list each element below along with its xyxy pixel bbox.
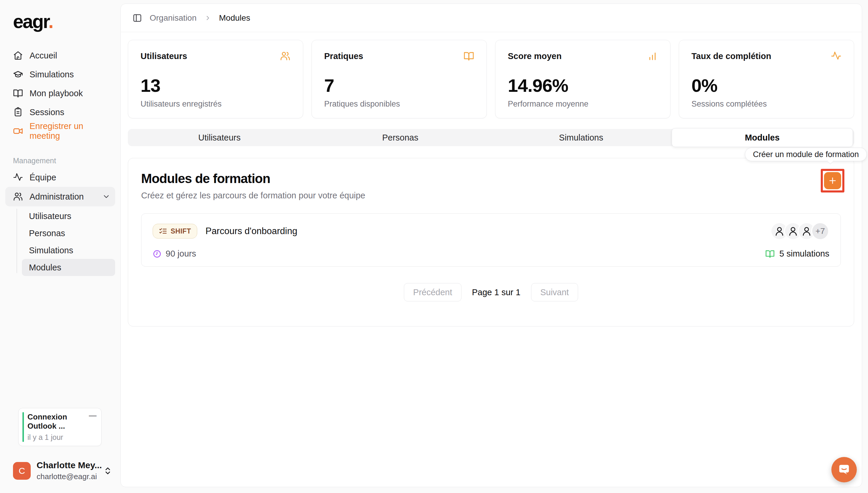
annotation-highlight-box [821,169,844,192]
chat-bubble-icon [837,463,851,476]
breadcrumb-current: Modules [219,13,251,23]
breadcrumb-bar: Organisation Modules [121,4,862,32]
users-icon [13,192,23,201]
page-info: Page 1 sur 1 [472,287,521,297]
sidebar-toggle-icon[interactable] [133,13,142,23]
previous-page-button[interactable]: Précédent [404,283,461,301]
badge-label: SHIFT [171,227,191,235]
user-name: Charlotte Mey... [37,460,102,470]
sidebar-item-enregistrer-meeting[interactable]: Enregistrer un meeting [0,122,121,141]
page-subtitle: Créez et gérez les parcours de formation… [141,191,365,200]
user-email: charlotte@eagr.ai [37,472,102,481]
book-open-icon [463,51,474,61]
activity-icon [13,172,23,183]
next-page-button[interactable]: Suivant [531,283,578,301]
tab-modules[interactable]: Modules [672,128,853,147]
create-module-tooltip: Créer un module de formation [745,148,867,161]
user-menu[interactable]: C Charlotte Mey... charlotte@eagr.ai [13,460,112,481]
users-icon [280,51,290,61]
home-icon [13,50,23,61]
sidebar-item-simulations[interactable]: Simulations [0,65,121,84]
person-icon [774,226,785,236]
stat-subtitle: Pratiques disponibles [324,100,474,109]
chevron-down-icon [102,192,110,201]
chat-launcher-button[interactable] [831,457,857,483]
modules-section: Modules de formation Créez et gérez les … [128,158,854,326]
breadcrumb-parent[interactable]: Organisation [150,13,197,23]
sidebar-item-label: Mon playbook [29,89,83,98]
stat-title: Pratiques [324,51,363,61]
chevrons-up-down-icon [103,467,112,475]
clock-icon [153,250,161,258]
tab-utilisateurs[interactable]: Utilisateurs [129,129,310,146]
members-overflow-count: +7 [811,222,829,240]
activity-icon [831,51,842,61]
stat-card-taux-completion: Taux de complétion 0% Sessions complétée… [679,40,854,119]
graduation-cap-icon [13,69,23,80]
stat-subtitle: Performance moyenne [508,100,658,109]
sidebar-footer: Connexion Outlook ... — il y a 1 jour C … [0,408,121,481]
module-badge: SHIFT [153,224,197,238]
stat-subtitle: Sessions complétées [691,100,842,109]
sidebar-item-label: Administration [29,192,84,201]
stat-title: Utilisateurs [140,51,187,61]
module-simulations-count: 5 simulations [765,249,829,259]
sidebar-subitem-simulations[interactable]: Simulations [22,242,115,259]
entity-tabs: Utilisateurs Personas Simulations Module… [128,129,854,146]
sidebar-item-sessions[interactable]: Sessions [0,103,121,122]
stat-title: Taux de complétion [691,51,771,61]
management-section-label: Management [13,156,121,165]
sidebar-item-label: Enregistrer un meeting [29,121,113,141]
sidebar-item-label: Simulations [29,70,74,80]
main-panel: Organisation Modules Utilisateurs 13 Uti… [121,3,862,487]
sidebar-subitem-modules[interactable]: Modules [22,259,115,276]
sidebar-subitem-utilisateurs[interactable]: Utilisateurs [22,208,115,224]
toast-title: Connexion Outlook ... [27,412,89,431]
stat-subtitle: Utilisateurs enregistrés [140,100,290,109]
avatar: C [13,462,31,480]
sidebar-item-label: Équipe [29,173,56,183]
stat-card-score-moyen: Score moyen 14.96% Performance moyenne [495,40,671,119]
page-title: Modules de formation [141,171,365,186]
stat-title: Score moyen [508,51,562,61]
create-module-button[interactable] [824,172,841,189]
stat-value: 14.96% [508,75,658,96]
clipboard-icon [13,107,23,117]
tab-personas[interactable]: Personas [310,129,491,146]
sidebar-subitem-personas[interactable]: Personas [22,224,115,242]
stat-card-pratiques: Pratiques 7 Pratiques disponibles [311,40,487,119]
stat-value: 13 [140,75,290,96]
sidebar-item-label: Accueil [29,51,57,61]
module-title: Parcours d'onboarding [205,226,297,236]
administration-subnav: Utilisateurs Personas Simulations Module… [17,208,115,276]
sidebar-item-accueil[interactable]: Accueil [0,46,121,65]
module-list-item[interactable]: SHIFT Parcours d'onboarding +7 90 jou [141,213,841,266]
tab-simulations[interactable]: Simulations [491,129,672,146]
logo-dot-icon: . [48,11,53,32]
sidebar-item-equipe[interactable]: Équipe [0,168,121,187]
stats-row: Utilisateurs 13 Utilisateurs enregistrés… [128,40,854,119]
sidebar-item-label: Sessions [29,107,64,117]
sidebar-item-mon-playbook[interactable]: Mon playbook [0,84,121,103]
sidebar-item-administration[interactable]: Administration [5,187,115,206]
book-open-icon [765,249,775,259]
stat-value: 0% [691,75,842,96]
module-duration: 90 jours [153,249,196,259]
pagination: Précédent Page 1 sur 1 Suivant [141,283,841,301]
toast-accent-bar [22,412,24,442]
eagr-logo: eagr. [13,10,121,33]
plus-icon [828,176,837,186]
book-open-icon [13,88,23,98]
primary-nav: Accueil Simulations Mon playbook Session… [0,46,121,141]
module-members: +7 [770,222,829,240]
person-icon [788,226,798,236]
person-icon [801,226,812,236]
outlook-connection-toast[interactable]: Connexion Outlook ... — il y a 1 jour [18,408,102,446]
stat-card-utilisateurs: Utilisateurs 13 Utilisateurs enregistrés [128,40,303,119]
stat-value: 7 [324,75,474,96]
video-camera-icon [13,126,23,136]
toast-minimize-button[interactable]: — [89,412,96,418]
sidebar: eagr. Accueil Simulations Mon playbook S… [0,0,121,493]
bar-chart-icon [647,51,658,61]
toast-timestamp: il y a 1 jour [27,433,96,442]
